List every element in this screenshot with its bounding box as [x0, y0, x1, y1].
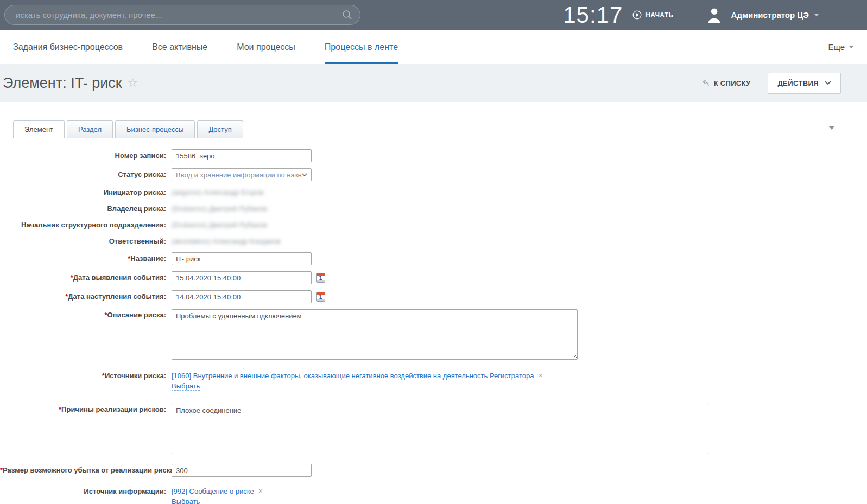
tab-element[interactable]: Элемент — [13, 120, 65, 138]
back-arrow-icon — [701, 80, 710, 87]
page-header: Элемент: IT- риск ☆ К СПИСКУ ДЕЙСТВИЯ — [0, 64, 867, 102]
nav-more-menu[interactable]: Еще — [828, 30, 854, 64]
risk-sources-choose-link[interactable]: Выбрать — [172, 382, 200, 391]
chevron-down-icon — [849, 46, 854, 48]
chevron-down-icon — [825, 81, 831, 85]
form-row-loss: *Размер возможного убытка от реализации … — [0, 464, 867, 477]
causes-label: *Причины реализации рисков: — [0, 404, 172, 454]
form-row-occur-date: *Дата наступления события: — [0, 290, 867, 303]
top-bar: 15:17 НАЧАТЬ Администратор ЦЭ — [0, 0, 867, 30]
info-source-label: Источник информации: — [0, 486, 172, 504]
search-input[interactable] — [16, 10, 342, 20]
risk-status-select[interactable]: Ввод и хранение информации по назна — [172, 168, 312, 181]
main-nav: Задания бизнес-процессов Все активные Мо… — [0, 30, 867, 64]
tab-section[interactable]: Раздел — [67, 120, 113, 138]
back-to-list-link[interactable]: К СПИСКУ — [701, 79, 751, 87]
occur-date-input[interactable] — [172, 290, 312, 303]
loss-label: *Размер возможного убытка от реализации … — [0, 464, 172, 477]
form-row-responsible: Ответственный: (akondakov) Александр Кон… — [0, 236, 867, 247]
actions-label: ДЕЙСТВИЯ — [777, 79, 819, 87]
worktime-start-button[interactable]: НАЧАТЬ — [632, 10, 673, 20]
detect-date-label: *Дата выявления события: — [0, 271, 172, 284]
start-label: НАЧАТЬ — [645, 11, 673, 19]
unit-head-label: Начальник структурного подразделения: — [0, 220, 172, 231]
form-row-description: *Описание риска: Проблемы с удаленным пд… — [0, 309, 867, 360]
responsible-value: (akondakov) Александр Кондаков — [172, 236, 281, 247]
favorite-star-icon[interactable]: ☆ — [128, 77, 138, 89]
detail-tabs: Элемент Раздел Бизнес-процессы Доступ — [9, 120, 836, 138]
remove-icon[interactable]: × — [258, 487, 263, 495]
form-row-detect-date: *Дата выявления события: — [0, 271, 867, 284]
initiator-value: (aegorov) Александр Егоров — [172, 187, 264, 198]
responsible-label: Ответственный: — [0, 236, 172, 247]
calendar-icon[interactable] — [316, 292, 325, 302]
form-row-name: *Название: — [0, 252, 867, 265]
record-number-label: Номер записи: — [0, 149, 172, 162]
owner-value: (Drubanov) Дмитрий Рубанов — [172, 203, 267, 214]
tab-business-processes[interactable]: Бизнес-процессы — [115, 120, 195, 138]
description-textarea[interactable]: Проблемы с удаленным пдключением — [172, 309, 578, 360]
unit-head-value: (Drubanov) Дмитрий Рубанов — [172, 220, 267, 231]
initiator-label: Инициатор риска: — [0, 187, 172, 198]
back-to-list-label: К СПИСКУ — [714, 79, 751, 87]
owner-label: Владелец риска: — [0, 203, 172, 214]
search-icon[interactable] — [342, 10, 352, 20]
form-row-risk-sources: *Источники риска: [1060] Внутренние и вн… — [0, 370, 867, 391]
risk-sources-label: *Источники риска: — [0, 370, 172, 391]
loss-input[interactable] — [172, 464, 312, 477]
user-menu[interactable]: Администратор ЦЭ — [731, 10, 819, 20]
info-source-link[interactable]: [992] Сообщение о риске — [172, 487, 254, 495]
form-row-info-source: Источник информации: [992] Сообщение о р… — [0, 486, 867, 504]
name-label: *Название: — [0, 252, 172, 265]
form-row-owner: Владелец риска: (Drubanov) Дмитрий Рубан… — [0, 203, 867, 214]
tab-access[interactable]: Доступ — [197, 120, 243, 138]
form-row-unit-head: Начальник структурного подразделения: (D… — [0, 220, 867, 231]
record-number-input[interactable] — [172, 149, 312, 162]
form-row-causes: *Причины реализации рисков: Плохое соеди… — [0, 404, 867, 454]
element-form: Номер записи: Статус риска: Ввод и хране… — [0, 149, 867, 504]
play-circle-icon — [632, 10, 642, 20]
more-label: Еще — [828, 42, 845, 52]
risk-source-link[interactable]: [1060] Внутренние и внешние факторы, ока… — [172, 372, 534, 380]
remove-icon[interactable]: × — [538, 372, 542, 380]
occur-date-label: *Дата наступления события: — [0, 290, 172, 303]
nav-item-feed-processes[interactable]: Процессы в ленте — [325, 30, 398, 64]
user-name: Администратор ЦЭ — [731, 10, 809, 20]
calendar-icon[interactable] — [316, 273, 325, 283]
page-title: Элемент: IT- риск — [3, 75, 122, 92]
name-input[interactable] — [172, 252, 312, 265]
detect-date-input[interactable] — [172, 271, 312, 284]
tabs-dropdown-icon[interactable] — [828, 126, 835, 130]
risk-status-label: Статус риска: — [0, 168, 172, 181]
worktime-clock[interactable]: 15:17 — [563, 2, 623, 28]
nav-item-bp-tasks[interactable]: Задания бизнес-процессов — [13, 30, 123, 64]
chevron-down-icon — [302, 173, 307, 176]
nav-item-my-processes[interactable]: Мои процессы — [237, 30, 295, 64]
form-row-record-number: Номер записи: — [0, 149, 867, 162]
actions-button[interactable]: ДЕЙСТВИЯ — [768, 73, 841, 94]
content-area: Элемент Раздел Бизнес-процессы Доступ Но… — [0, 102, 867, 504]
form-row-risk-status: Статус риска: Ввод и хранение информации… — [0, 168, 867, 181]
description-label: *Описание риска: — [0, 309, 172, 360]
global-search[interactable] — [4, 5, 360, 25]
info-source-choose-link[interactable]: Выбрать — [172, 497, 200, 504]
user-avatar-icon[interactable] — [706, 7, 722, 23]
form-row-initiator: Инициатор риска: (aegorov) Александр Его… — [0, 187, 867, 198]
risk-status-value: Ввод и хранение информации по назна — [176, 171, 302, 179]
nav-item-all-active[interactable]: Все активные — [152, 30, 207, 64]
chevron-down-icon — [814, 14, 819, 16]
causes-textarea[interactable]: Плохое соединение — [172, 404, 708, 454]
